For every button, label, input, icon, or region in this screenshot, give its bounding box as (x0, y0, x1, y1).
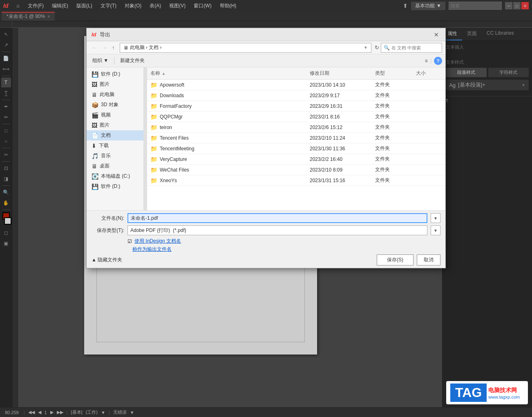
file-row-8[interactable]: 📁 WeChat Files 2023/2/10 8:09 文件夹 (147, 165, 445, 175)
view-mode-button[interactable]: ≡ (425, 58, 428, 64)
sidebar-item-label-3: 3D 对象 (101, 101, 118, 108)
file-row-7[interactable]: 📁 VeryCapture 2023/2/2 16:40 文件夹 (147, 154, 445, 165)
toggle-sidebar-button[interactable]: ▲ 隐藏文件夹 (92, 256, 122, 263)
maximize-button[interactable]: □ (513, 2, 521, 9)
menu-edit[interactable]: 编辑(E) (49, 2, 72, 10)
file-list-body: 📁 Apowersoft 2023/1/30 14:10 文件夹 📁 Downl… (147, 80, 445, 210)
col-size[interactable]: 大小 (413, 69, 445, 78)
sidebar-nav-item-7[interactable]: ⬇下载 (87, 140, 143, 151)
save-button[interactable]: 保存(S) (377, 254, 414, 265)
zoom-level[interactable]: 80.259 (3, 410, 20, 415)
file-row-3[interactable]: 📁 QQPCMgr 2023/2/1 8:16 文件夹 (147, 111, 445, 122)
menu-layout[interactable]: 版面(L) (73, 2, 96, 10)
file-date-2: 2023/2/9 16:31 (306, 102, 372, 111)
file-date-5: 2023/2/10 11:24 (306, 134, 372, 143)
dialog-body: 💾软件 (D:)🖼图片🖥此电脑📦3D 对象🎬视频🖼图片📄文档⬇下载🎵音乐🖥桌面💽… (87, 67, 445, 210)
menu-object[interactable]: 对象(O) (121, 2, 145, 10)
sidebar-nav-item-4[interactable]: 🎬视频 (87, 110, 143, 120)
next-next-btn[interactable]: ▶▶ (57, 410, 63, 415)
savetype-input[interactable] (127, 225, 427, 235)
status-errors-dropdown[interactable]: ▼ (130, 410, 134, 415)
file-search-input[interactable] (391, 45, 436, 50)
file-row-5[interactable]: 📁 Tencent Files 2023/2/10 11:24 文件夹 (147, 133, 445, 143)
menu-file[interactable]: 文件(F) (25, 2, 47, 10)
menu-table[interactable]: 表(A) (146, 2, 164, 10)
prev-btn[interactable]: ◀ (38, 410, 41, 415)
status-sep-1: | (24, 410, 25, 415)
sidebar-nav-item-2[interactable]: 🖥此电脑 (87, 89, 143, 100)
sidebar-scrollbar[interactable] (144, 67, 147, 210)
file-name-3: 📁 QQPCMgr (147, 112, 306, 122)
sidebar-nav-item-5[interactable]: 🖼图片 (87, 120, 143, 130)
file-row-6[interactable]: 📁 TencentMeeting 2023/1/30 11:36 文件夹 (147, 143, 445, 154)
dialog-file-toolbar: 组织 ▼ 新建文件夹 ≡ | ? (87, 54, 445, 67)
sidebar-nav-item-9[interactable]: 🖥桌面 (87, 161, 143, 171)
watermark-tag: TAG (450, 384, 487, 402)
toolbar-sep-2: | (430, 58, 431, 64)
sidebar-nav-item-6[interactable]: 📄文档 (87, 130, 143, 140)
nav-up-button[interactable]: ↑ (110, 44, 116, 51)
share-icon[interactable]: ⬆ (403, 2, 408, 9)
breadcrumb[interactable]: 🖥 此电脑 › 文档 › ▼ (120, 43, 372, 53)
menu-view[interactable]: 视图(V) (166, 2, 189, 10)
new-folder-button[interactable]: 新建文件夹 (118, 56, 147, 65)
menu-help[interactable]: 帮助(H) (217, 2, 240, 10)
sidebar-nav-item-0[interactable]: 💾软件 (D:) (87, 69, 143, 79)
home-btn[interactable]: ⌂ (13, 2, 22, 9)
sidebar-item-label-8: 音乐 (101, 152, 111, 159)
sidebar-nav-item-3[interactable]: 📦3D 对象 (87, 100, 143, 110)
breadcrumb-dropdown[interactable]: ▼ (364, 45, 368, 50)
status-mode-dropdown[interactable]: ▼ (101, 410, 105, 415)
file-date-6: 2023/1/30 11:36 (306, 144, 372, 153)
sidebar-item-icon-1: 🖼 (92, 81, 97, 88)
prev-prev-btn[interactable]: ◀◀ (28, 410, 35, 415)
dialog-overlay: Id 导出 ✕ ← → ↑ 🖥 此电脑 › 文档 › ▼ ↻ 🔍 组织 ▼ 新建… (0, 11, 532, 407)
sidebar-nav-item-8[interactable]: 🎵音乐 (87, 151, 143, 161)
file-name-text-9: XneoYs (160, 178, 177, 183)
sidebar-nav-item-1[interactable]: 🖼图片 (87, 79, 143, 89)
watermark-container: TAG 电脑技术网 www.tagxp.com (446, 381, 528, 404)
file-type-2: 文件夹 (372, 101, 413, 111)
file-row-9[interactable]: 📁 XneoYs 2023/1/31 15:16 文件夹 (147, 175, 445, 186)
file-row-1[interactable]: 📁 Downloads 2023/2/9 9:17 文件夹 (147, 90, 445, 101)
dialog-titlebar: Id 导出 ✕ (87, 28, 445, 41)
file-date-3: 2023/2/1 8:16 (306, 112, 372, 121)
sidebar-nav-item-10[interactable]: 💽本地磁盘 (C:) (87, 171, 143, 181)
workspace-selector[interactable]: 基本功能 ▼ (411, 2, 445, 10)
dialog-close-button[interactable]: ✕ (432, 31, 440, 38)
cancel-button[interactable]: 取消 (417, 254, 440, 265)
output-name-label[interactable]: 称作为输出文件名 (132, 246, 172, 253)
menu-window[interactable]: 窗口(W) (190, 2, 215, 10)
file-search-box[interactable]: 🔍 (381, 43, 442, 53)
export-dialog: Id 导出 ✕ ← → ↑ 🖥 此电脑 › 文档 › ▼ ↻ 🔍 组织 ▼ 新建… (86, 28, 446, 268)
next-btn[interactable]: ▶ (50, 410, 54, 415)
sidebar-item-icon-10: 💽 (92, 173, 98, 180)
nav-back-button[interactable]: ← (90, 44, 98, 51)
use-docname-label[interactable]: 使用 InDesign 文档名 (134, 238, 181, 245)
file-row-0[interactable]: 📁 Apowersoft 2023/1/30 14:10 文件夹 (147, 80, 445, 90)
filename-dropdown-button[interactable]: ▼ (431, 213, 440, 223)
help-button[interactable]: ? (434, 57, 442, 65)
minimize-button[interactable]: ─ (505, 2, 512, 9)
col-name[interactable]: 名称 ▲ (147, 69, 306, 78)
nav-refresh-button[interactable]: ↻ (375, 45, 379, 51)
dialog-app-icon: Id (92, 31, 96, 38)
file-date-0: 2023/1/30 14:10 (306, 80, 372, 89)
file-type-1: 文件夹 (372, 90, 413, 100)
file-row-4[interactable]: 📁 teiron 2023/2/6 15:12 文件夹 (147, 122, 445, 133)
file-type-8: 文件夹 (372, 165, 413, 175)
filename-input[interactable] (127, 213, 427, 223)
checkbox-icon[interactable]: ☑ (127, 239, 132, 244)
savetype-dropdown-button[interactable]: ▼ (431, 225, 440, 235)
close-button[interactable]: ✕ (521, 2, 529, 9)
menu-text[interactable]: 文字(T) (97, 2, 120, 10)
col-type[interactable]: 类型 (372, 69, 413, 78)
search-input-top[interactable] (449, 2, 502, 10)
file-date-8: 2023/2/10 8:09 (306, 165, 372, 174)
organize-button[interactable]: 组织 ▼ (90, 56, 111, 65)
file-row-2[interactable]: 📁 FormatFactory 2023/2/9 16:31 文件夹 (147, 101, 445, 111)
col-date[interactable]: 修改日期 (306, 69, 372, 78)
nav-forward-button[interactable]: → (100, 44, 109, 51)
sidebar-nav-item-11[interactable]: 💾软件 (D:) (87, 181, 143, 192)
file-name-text-3: QQPCMgr (160, 114, 183, 120)
